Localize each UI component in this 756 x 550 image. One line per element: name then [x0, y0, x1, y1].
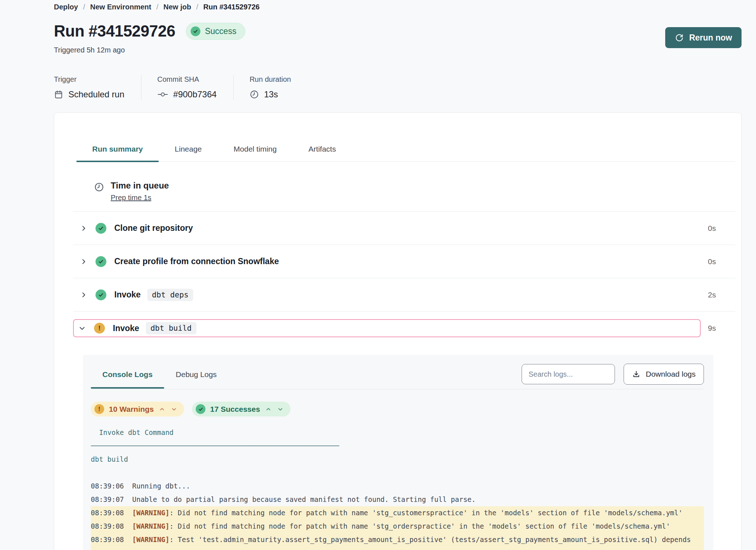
meta-trigger: Trigger Scheduled run: [54, 75, 141, 100]
success-check-icon: [95, 223, 106, 234]
step-invoke-dbt-build[interactable]: ! Invoke dbt build 9s: [73, 312, 735, 345]
run-metadata: Trigger Scheduled run Commit SHA #900b73…: [54, 75, 742, 100]
log-line-warning: 08:39:08[WARNING]: Did not find matching…: [91, 506, 704, 520]
time-in-queue-title: Time in queue: [111, 181, 169, 191]
breadcrumb-current-run: Run #341529726: [203, 3, 260, 11]
success-check-icon: [95, 256, 106, 267]
success-check-icon: [196, 404, 205, 414]
breadcrumb-new-environment[interactable]: New Environment: [90, 3, 151, 11]
meta-commit-label: Commit SHA: [157, 75, 217, 84]
step-invoke-dbt-build-box[interactable]: ! Invoke dbt build: [73, 319, 701, 337]
log-panel: Console Logs Debug Logs Download logs ! …: [83, 355, 713, 550]
step-create-profile[interactable]: Create profile from connection Snowflake…: [73, 245, 735, 278]
breadcrumb-separator: /: [196, 3, 198, 11]
meta-trigger-label: Trigger: [54, 75, 124, 84]
log-line-warning: 08:39:08[WARNING]: Test 'test.admin_matu…: [91, 533, 704, 546]
step-title: Create profile from connection Snowflake: [114, 257, 279, 266]
chevron-down-icon: [79, 325, 86, 331]
search-logs-input[interactable]: [522, 364, 615, 384]
step-clone-git-repository[interactable]: Clone git repository 0s: [73, 212, 735, 245]
meta-duration-value: 13s: [264, 89, 278, 100]
log-line: 08:39:07Unable to do partial parsing bec…: [91, 493, 704, 506]
warnings-badge-label: 10 Warnings: [109, 405, 154, 414]
breadcrumb-separator: /: [83, 3, 85, 11]
log-summary-badges: ! 10 Warnings 17 Successes: [91, 402, 704, 416]
successes-badge: 17 Successes: [192, 402, 290, 416]
calendar-icon: [54, 90, 63, 99]
tab-artifacts[interactable]: Artifacts: [293, 145, 352, 161]
download-icon: [632, 370, 641, 378]
status-badge-label: Success: [205, 26, 236, 36]
page-title: Run #341529726: [54, 22, 175, 40]
meta-duration-label: Run duration: [250, 75, 291, 84]
chevron-right-icon: [80, 292, 88, 298]
next-success-button[interactable]: [277, 406, 284, 413]
previous-success-button[interactable]: [265, 406, 272, 413]
log-line: [91, 466, 704, 479]
previous-warning-button[interactable]: [158, 406, 166, 413]
log-line: ────────────────────────────────────────…: [91, 439, 704, 453]
page-header: Deploy / New Environment / New job / Run…: [0, 0, 756, 100]
log-line-warning: 08:39:08[WARNING]: Did not find matching…: [91, 520, 704, 533]
log-line: Invoke dbt Command: [91, 426, 704, 439]
step-duration: 0s: [708, 257, 735, 266]
successes-badge-label: 17 Successes: [210, 405, 260, 414]
breadcrumb-separator: /: [156, 3, 158, 11]
command-chip: dbt build: [146, 322, 196, 334]
step-invoke-dbt-deps[interactable]: Invoke dbt deps 2s: [73, 278, 735, 312]
log-line: 08:39:06Running dbt...: [91, 479, 704, 493]
time-in-queue: Time in queue Prep time 1s: [94, 181, 735, 202]
step-duration: 2s: [708, 291, 735, 299]
command-chip: dbt deps: [147, 289, 193, 301]
tab-run-summary[interactable]: Run summary: [76, 145, 159, 161]
log-header: Console Logs Debug Logs Download logs: [91, 364, 704, 389]
tab-model-timing[interactable]: Model timing: [218, 145, 293, 161]
run-tabs: Run summary Lineage Model timing Artifac…: [76, 145, 735, 162]
step-title: Invoke: [113, 323, 139, 333]
triggered-timestamp: Triggered 5h 12m ago: [54, 46, 245, 54]
commit-icon: [157, 90, 168, 99]
step-title: Invoke: [114, 290, 141, 300]
console-log-output[interactable]: Invoke dbt Command ─────────────────────…: [91, 426, 704, 550]
step-title: Clone git repository: [114, 223, 193, 233]
next-warning-button[interactable]: [170, 406, 178, 413]
meta-commit-sha: Commit SHA #900b7364: [141, 75, 233, 100]
meta-trigger-value: Scheduled run: [68, 89, 124, 100]
run-summary-card: Run summary Lineage Model timing Artifac…: [54, 113, 742, 550]
warnings-badge: ! 10 Warnings: [91, 402, 184, 416]
chevron-right-icon: [80, 225, 88, 232]
step-duration: 0s: [708, 224, 735, 233]
clock-icon: [250, 90, 259, 99]
success-check-icon: [95, 289, 106, 300]
success-check-icon: [191, 26, 200, 36]
tab-debug-logs[interactable]: Debug Logs: [164, 364, 228, 384]
step-duration: 9s: [708, 324, 735, 333]
rerun-now-label: Rerun now: [689, 33, 732, 43]
warning-icon: !: [94, 323, 105, 334]
rerun-now-button[interactable]: Rerun now: [665, 27, 742, 48]
log-line-warning: on a node named 'stg_payments' in packag…: [91, 546, 704, 550]
breadcrumb-deploy[interactable]: Deploy: [54, 3, 78, 11]
tab-console-logs[interactable]: Console Logs: [91, 364, 164, 384]
meta-run-duration: Run duration 13s: [233, 75, 308, 100]
refresh-icon: [675, 33, 684, 42]
prep-time-link[interactable]: Prep time 1s: [111, 194, 151, 202]
log-line: dbt build: [91, 453, 704, 466]
warning-icon: !: [94, 404, 104, 414]
breadcrumb: Deploy / New Environment / New job / Run…: [54, 3, 742, 11]
tab-lineage[interactable]: Lineage: [159, 145, 218, 161]
download-logs-button[interactable]: Download logs: [624, 364, 704, 385]
chevron-right-icon: [80, 258, 88, 265]
clock-icon: [94, 182, 104, 202]
download-logs-label: Download logs: [646, 370, 696, 378]
breadcrumb-new-job[interactable]: New job: [163, 3, 191, 11]
status-badge: Success: [186, 23, 245, 40]
meta-commit-value: #900b7364: [173, 89, 217, 100]
